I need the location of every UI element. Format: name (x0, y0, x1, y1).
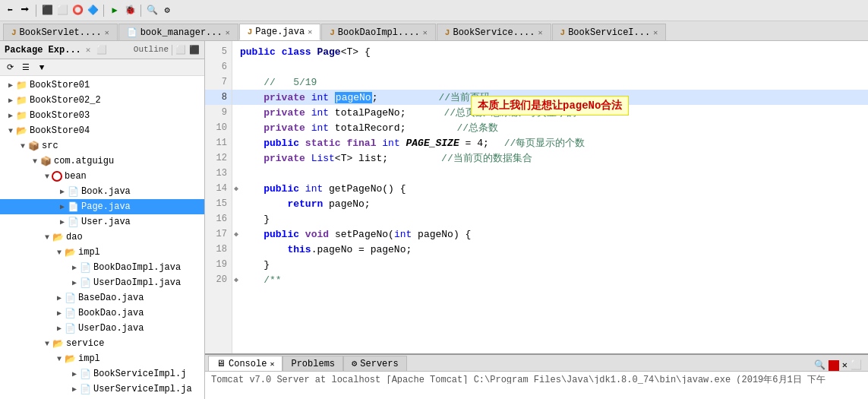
dot-18: .pageNo = pageNo; (311, 244, 412, 255)
type-list-12: List (311, 153, 335, 164)
tree-item-impl2[interactable]: ▼ 📂 impl (0, 351, 204, 366)
tree-item-bookserviceimpl[interactable]: ▶ 📄 BookServiceImpl.j (0, 366, 204, 382)
folder-icon-bookstore03: 📁 (15, 109, 27, 122)
arrow-basedao[interactable]: ▶ (55, 293, 64, 302)
editor-content[interactable]: 本质上我们是想让pageNo合法 5 6 7 8 9 10 11 12 13 1 (205, 41, 868, 353)
tree-item-dao[interactable]: ▼ 📂 dao (0, 230, 204, 245)
tab-bookservlet[interactable]: J BookServlet.... ✕ (3, 24, 118, 40)
panel-toolbar-btn3[interactable]: ▼ (35, 61, 49, 74)
tree-item-bookdaoimpl-java[interactable]: ▶ 📄 BookDaoImpl.java (0, 260, 204, 275)
tab-close-bookservlet[interactable]: ✕ (105, 28, 109, 37)
arrow-impl2[interactable]: ▼ (55, 355, 64, 363)
arrow-book-java[interactable]: ▶ (58, 187, 67, 196)
toolbar-btn-settings[interactable]: ⚙ (160, 4, 174, 17)
arrow-page-java[interactable]: ▶ (58, 202, 67, 211)
tab-bookdaoimpl[interactable]: J BookDaoImpl.... ✕ (321, 24, 436, 40)
tab-close-bookdaoimpl[interactable]: ✕ (423, 28, 428, 37)
tab-close-bookservice[interactable]: ✕ (538, 28, 543, 37)
arrow-bookstore03[interactable]: ▶ (6, 111, 15, 120)
panel-minimize-icon[interactable]: ⬜ (96, 45, 107, 55)
arrow-bookstore02[interactable]: ▶ (6, 96, 15, 105)
tree-item-src[interactable]: ▼ 📦 src (0, 138, 204, 154)
arrow-bookdaoimpl-java[interactable]: ▶ (70, 263, 79, 272)
arrow-userdao[interactable]: ▶ (55, 324, 64, 333)
tree-item-bean[interactable]: ▼ bean (0, 169, 204, 184)
generic-t: <T> (341, 46, 358, 58)
tree-item-basedao-java[interactable]: ▶ 📄 BaseDao.java (0, 290, 204, 306)
console-close-icon[interactable]: ✕ (842, 359, 847, 371)
panel-icon-2[interactable]: ⬛ (189, 45, 200, 55)
arrow-userserviceimpl[interactable]: ▶ (70, 385, 79, 394)
tree-item-userdaoimpl-java[interactable]: ▶ 📄 UserDaoImpl.java (0, 275, 204, 290)
bottom-tab-console[interactable]: 🖥 Console ✕ (208, 356, 282, 371)
tree-item-user-java[interactable]: ▶ 📄 User.java (0, 214, 204, 230)
arrow-bookserviceimpl[interactable]: ▶ (70, 369, 79, 378)
arrow-impl[interactable]: ▼ (55, 249, 64, 257)
tree-item-bookstore03[interactable]: ▶ 📁 BookStore03 (0, 108, 204, 123)
tab-pagejava[interactable]: J Page.java ✕ (239, 24, 320, 40)
tree-item-service[interactable]: ▼ 📂 service (0, 336, 204, 351)
stop-icon[interactable] (829, 360, 839, 371)
tab-close-pagejava[interactable]: ✕ (308, 27, 312, 36)
toolbar-btn-run[interactable]: ▶ (108, 4, 122, 17)
toolbar-btn-4[interactable]: ⬜ (55, 4, 69, 17)
toolbar-btn-search[interactable]: 🔍 (145, 4, 159, 17)
tree-item-bookdao-java[interactable]: ▶ 📄 BookDao.java (0, 306, 204, 321)
panel-icon-1[interactable]: ⬜ (175, 45, 186, 55)
label-bookstore02: BookStore02_2 (30, 95, 101, 106)
toolbar-btn-5[interactable]: ⭕ (71, 4, 84, 17)
arrow-bean[interactable]: ▼ (43, 173, 52, 181)
toolbar-btn-debug[interactable]: 🐞 (123, 4, 137, 17)
tree-item-page-java[interactable]: ▶ 📄 Page.java (0, 199, 204, 214)
panel-outline-tab[interactable]: Outline (134, 45, 169, 55)
arrow-userdaoimpl-java[interactable]: ▶ (70, 278, 79, 287)
console-minimize-icon[interactable]: ⬜ (851, 359, 862, 371)
arrow-bookstore04[interactable]: ▼ (6, 127, 15, 135)
panel-toolbar-btn1[interactable]: ⟳ (3, 61, 17, 74)
folder-icon-impl: 📂 (64, 246, 76, 258)
line-numbers: 5 6 7 8 9 10 11 12 13 14 15 16 17 18 (205, 41, 232, 353)
java-icon-userdao: 📄 (64, 322, 76, 334)
tree-item-com-atguigu[interactable]: ▼ 📦 com.atguigu (0, 154, 204, 169)
linenum-18: 18 (205, 242, 232, 257)
panel-toolbar-btn2[interactable]: ☰ (19, 61, 33, 74)
arrow-src[interactable]: ▼ (18, 142, 27, 150)
arrow-bookstore01[interactable]: ▶ (6, 81, 15, 90)
tab-icon-bookservlet: J (11, 28, 17, 37)
tree-item-bookstore02[interactable]: ▶ 📁 BookStore02_2 (0, 93, 204, 108)
tree-item-userdao-java[interactable]: ▶ 📄 UserDao.java (0, 321, 204, 336)
panel-close-icon[interactable]: ✕ (86, 45, 91, 55)
tree-item-bookstore04[interactable]: ▼ 📂 BookStore04 (0, 123, 204, 138)
tree-item-impl[interactable]: ▼ 📂 impl (0, 245, 204, 260)
arrow-dao[interactable]: ▼ (43, 233, 52, 242)
bottom-tab-servers[interactable]: ⚙ Servers (343, 356, 407, 371)
toolbar-sep-2 (103, 5, 104, 17)
code-line-12: private List<T> list; //当前页的数据集合 (232, 150, 868, 166)
arrow-bookdao[interactable]: ▶ (55, 309, 64, 318)
code-line-19: } (232, 257, 868, 272)
tab-bookmanager[interactable]: 📄 book_manager... ✕ (118, 24, 238, 40)
tree-item-userserviceimpl[interactable]: ▶ 📄 UserServiceImpl.ja (0, 382, 204, 397)
bottom-tab-problems[interactable]: Problems (282, 356, 343, 371)
console-search-icon[interactable]: 🔍 (814, 359, 825, 371)
linenum-20: 20 (205, 272, 232, 287)
kw-public-11: public (264, 138, 299, 149)
arrow-service[interactable]: ▼ (43, 340, 52, 348)
panel-toolbar: ⟳ ☰ ▼ (0, 59, 204, 76)
toolbar-btn-3[interactable]: ⬛ (40, 4, 54, 17)
semi-9: ; (400, 107, 406, 119)
tree-item-bookstore01[interactable]: ▶ 📁 BookStore01 (0, 78, 204, 93)
tab-close-bookservicei[interactable]: ✕ (653, 28, 658, 37)
tab-bookservice[interactable]: J BookService.... ✕ (437, 24, 551, 40)
code-content[interactable]: public class Page<T> { // 5/19 private i… (232, 41, 868, 353)
tab-close-bookmanager[interactable]: ✕ (226, 28, 230, 37)
arrow-user-java[interactable]: ▶ (58, 217, 67, 226)
bottom-tab-close-console[interactable]: ✕ (270, 359, 274, 369)
tree-item-book-java[interactable]: ▶ 📄 Book.java (0, 184, 204, 199)
arrow-com-atguigu[interactable]: ▼ (30, 157, 39, 166)
toolbar-btn-6[interactable]: 🔷 (86, 4, 99, 17)
toolbar-btn-2[interactable]: ⮕ (18, 4, 32, 17)
tab-bookservicei[interactable]: J BookServiceI... ✕ (552, 24, 667, 40)
kw-public-5: public (240, 46, 276, 58)
toolbar-btn-1[interactable]: ⬅ (3, 4, 17, 17)
